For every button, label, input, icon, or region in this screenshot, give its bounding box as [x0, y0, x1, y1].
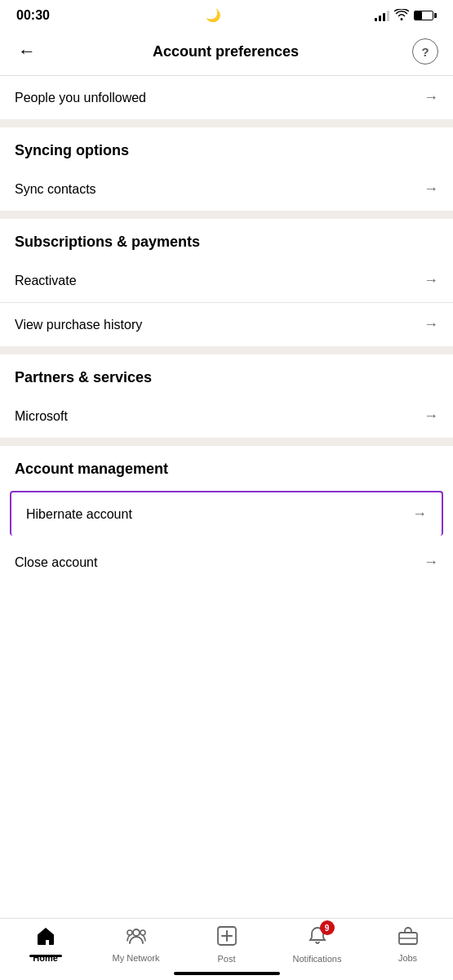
nav-item-jobs[interactable]: Jobs: [362, 926, 453, 963]
divider-3: [0, 346, 453, 354]
partners-header: Partners & services: [0, 354, 453, 394]
jobs-nav-label: Jobs: [398, 953, 417, 963]
divider-2: [0, 211, 453, 219]
network-icon: [126, 926, 147, 951]
post-icon: [216, 925, 238, 951]
sync-contacts-label: Sync contacts: [15, 182, 96, 197]
menu-item-reactivate[interactable]: Reactivate →: [0, 259, 453, 303]
nav-item-notifications[interactable]: 9 Notifications: [272, 925, 362, 964]
close-account-label: Close account: [15, 555, 97, 570]
section-syncing: Syncing options Sync contacts →: [0, 127, 453, 211]
section-account-management: Account management Hibernate account → C…: [0, 446, 453, 584]
divider-4: [0, 438, 453, 446]
signal-icon: [375, 10, 389, 21]
content-area: People you unfollowed → Syncing options …: [0, 76, 453, 649]
menu-item-hibernate-account[interactable]: Hibernate account →: [10, 491, 443, 536]
bell-icon: 9: [307, 925, 328, 951]
account-management-header: Account management: [0, 446, 453, 486]
arrow-icon: →: [424, 316, 438, 333]
menu-item-purchase-history[interactable]: View purchase history →: [0, 303, 453, 346]
status-bar: 00:30 🌙: [0, 0, 453, 28]
arrow-icon: →: [424, 89, 438, 106]
divider-1: [0, 119, 453, 127]
post-nav-label: Post: [217, 954, 235, 964]
status-icons: [375, 9, 437, 23]
section-subscriptions: Subscriptions & payments Reactivate → Vi…: [0, 219, 453, 346]
my-network-nav-label: My Network: [112, 953, 159, 963]
menu-item-people-unfollowed[interactable]: People you unfollowed →: [0, 76, 453, 119]
bottom-navigation: Home My Network Post: [0, 918, 453, 980]
notifications-badge: 9: [320, 920, 335, 935]
active-nav-indicator: [29, 955, 62, 957]
people-unfollowed-label: People you unfollowed: [15, 91, 146, 105]
subscriptions-header: Subscriptions & payments: [0, 219, 453, 259]
arrow-icon: →: [424, 554, 438, 571]
help-button[interactable]: ?: [412, 38, 438, 65]
page-title: Account preferences: [39, 43, 412, 60]
menu-item-sync-contacts[interactable]: Sync contacts →: [0, 167, 453, 211]
arrow-icon: →: [424, 180, 438, 198]
svg-point-1: [140, 930, 145, 935]
section-general: People you unfollowed →: [0, 76, 453, 119]
notifications-nav-label: Notifications: [293, 954, 342, 964]
battery-icon: [414, 11, 437, 20]
purchase-history-label: View purchase history: [15, 318, 142, 332]
nav-item-post[interactable]: Post: [181, 925, 272, 964]
reactivate-label: Reactivate: [15, 274, 77, 288]
syncing-header: Syncing options: [0, 127, 453, 167]
arrow-icon: →: [424, 272, 438, 289]
page-header: ← Account preferences ?: [0, 28, 453, 76]
back-button[interactable]: ←: [15, 38, 39, 65]
microsoft-label: Microsoft: [15, 409, 68, 424]
svg-point-2: [127, 930, 132, 935]
home-icon: [35, 926, 56, 951]
nav-item-home[interactable]: Home: [0, 926, 91, 963]
jobs-icon: [397, 926, 419, 951]
moon-icon: 🌙: [206, 8, 221, 23]
svg-point-0: [133, 929, 140, 936]
home-indicator: [174, 972, 280, 975]
menu-item-close-account[interactable]: Close account →: [0, 541, 453, 584]
section-partners: Partners & services Microsoft →: [0, 354, 453, 438]
status-time: 00:30: [16, 8, 50, 23]
nav-item-my-network[interactable]: My Network: [91, 926, 181, 963]
wifi-icon: [394, 9, 409, 23]
arrow-icon: →: [424, 408, 438, 425]
arrow-icon: →: [412, 506, 427, 523]
menu-item-microsoft[interactable]: Microsoft →: [0, 394, 453, 438]
hibernate-account-label: Hibernate account: [26, 507, 132, 522]
